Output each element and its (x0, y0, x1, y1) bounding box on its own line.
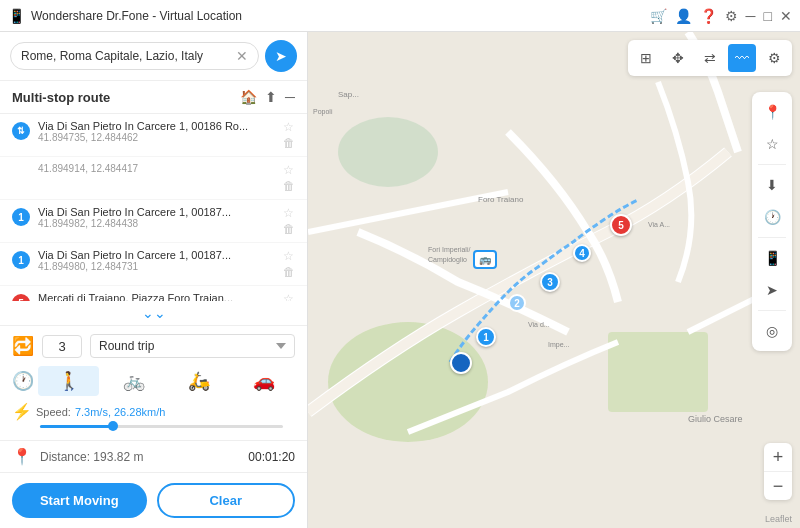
stop-info-3: Via Di San Pietro In Carcere 1, 00187...… (38, 249, 275, 272)
star-icon-2[interactable]: ☆ (283, 206, 295, 220)
star-icon-4[interactable]: ☆ (283, 292, 295, 301)
location-button[interactable]: ◎ (758, 317, 786, 345)
delete-icon-1[interactable]: 🗑 (283, 136, 295, 150)
speed-label: Speed: (36, 406, 71, 418)
start-moving-button[interactable]: Start Moving (12, 483, 147, 518)
car-transport-button[interactable]: 🚗 (234, 366, 295, 396)
stop-item-3: 1 Via Di San Pietro In Carcere 1, 00187.… (0, 243, 307, 286)
search-clear-button[interactable]: ✕ (236, 48, 248, 64)
phone-button[interactable]: 📱 (758, 244, 786, 272)
clear-button[interactable]: Clear (157, 483, 296, 518)
search-go-button[interactable]: ➤ (265, 40, 297, 72)
zoom-out-button[interactable]: − (764, 472, 792, 500)
app-title: Wondershare Dr.Fone - Virtual Location (31, 9, 644, 23)
pin-icon: 📍 (12, 447, 32, 466)
stop-coords-3: 41.894980, 12.484731 (38, 261, 275, 272)
download-button[interactable]: ⬇ (758, 171, 786, 199)
svg-text:Popoli: Popoli (313, 108, 333, 116)
star-button[interactable]: ☆ (758, 130, 786, 158)
speed-value[interactable]: 7.3m/s, 26.28km/h (75, 406, 166, 418)
svg-text:Via d...: Via d... (528, 321, 550, 328)
map-toolbar-top: ⊞ ✥ ⇄ 〰 ⚙ (628, 40, 792, 76)
svg-text:Via A...: Via A... (648, 221, 670, 228)
waypoint-3: 2 (508, 294, 526, 312)
stop-number-3: 1 (12, 251, 30, 269)
search-input-wrapper: Rome, Roma Capitale, Lazio, Italy ✕ (10, 42, 259, 70)
svg-text:Foro Traiano: Foro Traiano (478, 195, 524, 204)
speedometer-icon-2: ⚡ (12, 402, 32, 421)
stop-item-2: 1 Via Di San Pietro In Carcere 1, 00187.… (0, 200, 307, 243)
stop-coords-only: 41.894914, 12.484417 (38, 163, 275, 174)
car-icon: 🚗 (253, 370, 275, 392)
transport-row: 🕐 🚶 🚲 🛵 🚗 (12, 366, 295, 396)
share-tool-button[interactable]: ⇄ (696, 44, 724, 72)
add-stop-button[interactable]: 🏠 (240, 89, 257, 105)
star-icon-1[interactable]: ☆ (283, 120, 295, 134)
bike-icon: 🚲 (123, 370, 145, 392)
collapse-button[interactable]: ─ (285, 89, 295, 105)
expand-row: ⌄⌄ (0, 301, 307, 326)
stop-item-4: 5 Mercati di Traiano, Piazza Foro Traian… (0, 286, 307, 301)
route-tool-button[interactable]: 〰 (728, 44, 756, 72)
maximize-button[interactable]: □ (764, 8, 772, 24)
map-attribution: Leaflet (765, 514, 792, 524)
search-input-text[interactable]: Rome, Roma Capitale, Lazio, Italy (21, 49, 232, 63)
stop-address-2: Via Di San Pietro In Carcere 1, 00187... (38, 206, 275, 218)
zoom-in-button[interactable]: + (764, 443, 792, 471)
trip-count-input[interactable] (42, 335, 82, 358)
settings-tool-button[interactable]: ⚙ (760, 44, 788, 72)
svg-point-3 (338, 117, 438, 187)
user-icon[interactable]: 👤 (675, 8, 692, 24)
waypoint-2: 1 (476, 327, 496, 347)
star-icon-coords[interactable]: ☆ (283, 163, 295, 177)
stop-number-4: 5 (12, 294, 30, 301)
waypoint-start (450, 352, 472, 374)
delete-icon-coords[interactable]: 🗑 (283, 179, 295, 193)
speed-slider[interactable] (40, 425, 283, 428)
help-icon[interactable]: ❓ (700, 8, 717, 24)
walk-transport-button[interactable]: 🚶 (38, 366, 99, 396)
settings-icon[interactable]: ⚙ (725, 8, 738, 24)
map-area[interactable]: Colonnata Foro Traiano Fori Imperiali/ C… (308, 32, 800, 528)
side-divider-2 (758, 237, 786, 238)
stop-coords-2: 41.894982, 12.484438 (38, 218, 275, 229)
bike-transport-button[interactable]: 🚲 (103, 366, 164, 396)
expand-button[interactable]: ⌄⌄ (142, 305, 166, 321)
route-actions: 🏠 ⬆ ─ (240, 89, 295, 105)
repeat-icon: 🔁 (12, 335, 34, 357)
map-marker-button[interactable]: 📍 (758, 98, 786, 126)
svg-text:Campidoglio: Campidoglio (428, 256, 467, 264)
stop-actions-coords: ☆ 🗑 (283, 163, 295, 193)
export-button[interactable]: ⬆ (265, 89, 277, 105)
left-panel: Rome, Roma Capitale, Lazio, Italy ✕ ➤ Mu… (0, 32, 308, 528)
stop-item: ⇅ Via Di San Pietro In Carcere 1, 00186 … (0, 114, 307, 157)
delete-icon-3[interactable]: 🗑 (283, 265, 295, 279)
clock-button[interactable]: 🕐 (758, 203, 786, 231)
svg-rect-2 (608, 332, 708, 412)
trip-mode-select[interactable]: Round trip One way Loop (90, 334, 295, 358)
move-tool-button[interactable]: ✥ (664, 44, 692, 72)
cart-icon[interactable]: 🛒 (650, 8, 667, 24)
search-bar: Rome, Roma Capitale, Lazio, Italy ✕ ➤ (0, 32, 307, 81)
stop-actions-4: ☆ 🗑 (283, 292, 295, 301)
stop-info-coords: 41.894914, 12.484417 (38, 163, 275, 174)
stop-number-2: 1 (12, 208, 30, 226)
close-button[interactable]: ✕ (780, 8, 792, 24)
star-icon-3[interactable]: ☆ (283, 249, 295, 263)
walk-icon: 🚶 (58, 370, 80, 392)
bus-icon: 🚌 (479, 254, 491, 265)
main-container: Rome, Roma Capitale, Lazio, Italy ✕ ➤ Mu… (0, 32, 800, 528)
speedometer-icon: 🕐 (12, 370, 34, 392)
minimize-button[interactable]: ─ (746, 8, 756, 24)
stop-actions-1: ☆ 🗑 (283, 120, 295, 150)
distance-label: Distance: 193.82 m (40, 450, 240, 464)
speed-slider-container (12, 425, 295, 432)
scooter-transport-button[interactable]: 🛵 (169, 366, 230, 396)
app-icon: 📱 (8, 8, 25, 24)
delete-icon-2[interactable]: 🗑 (283, 222, 295, 236)
leaflet-label: Leaflet (765, 514, 792, 524)
grid-tool-button[interactable]: ⊞ (632, 44, 660, 72)
navigate-button[interactable]: ➤ (758, 276, 786, 304)
waypoint-5: 4 (573, 244, 591, 262)
waypoint-4: 3 (540, 272, 560, 292)
